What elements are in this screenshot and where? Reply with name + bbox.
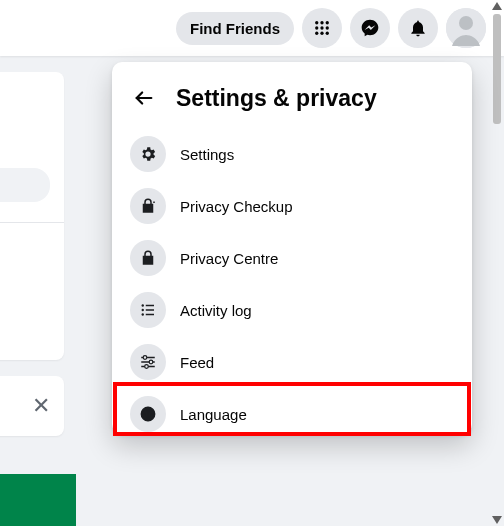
lock-check-icon: [130, 188, 166, 224]
svg-point-16: [142, 313, 144, 315]
menu-item-feed[interactable]: Feed: [120, 336, 464, 388]
svg-point-8: [326, 32, 329, 35]
menu-item-label: Privacy Centre: [180, 250, 278, 267]
svg-point-23: [145, 365, 149, 369]
svg-point-5: [326, 26, 329, 29]
svg-point-14: [142, 309, 144, 311]
menu-item-label: Language: [180, 406, 247, 423]
back-button[interactable]: [128, 82, 160, 114]
svg-point-1: [320, 21, 323, 24]
page-scrollbar[interactable]: [493, 0, 501, 526]
svg-point-0: [315, 21, 318, 24]
account-icon[interactable]: [446, 8, 486, 48]
background-green-block: [0, 474, 76, 526]
svg-point-3: [315, 26, 318, 29]
menu-item-privacy-checkup[interactable]: Privacy Checkup: [120, 180, 464, 232]
background-card: tivity: [0, 72, 64, 360]
svg-point-21: [149, 360, 153, 364]
gear-icon: [130, 136, 166, 172]
messenger-icon[interactable]: [350, 8, 390, 48]
svg-point-2: [326, 21, 329, 24]
panel-title: Settings & privacy: [176, 85, 377, 112]
close-icon[interactable]: ✕: [32, 393, 50, 419]
background-pill: [0, 168, 50, 202]
menu-item-privacy-centre[interactable]: Privacy Centre: [120, 232, 464, 284]
svg-point-19: [143, 356, 147, 360]
globe-icon: [130, 396, 166, 432]
svg-rect-15: [146, 309, 154, 311]
svg-point-10: [459, 16, 473, 30]
top-navbar: Find Friends: [0, 0, 504, 56]
settings-privacy-panel: Settings & privacy Settings Privacy Chec…: [112, 62, 472, 434]
panel-header: Settings & privacy: [120, 76, 464, 128]
svg-point-7: [320, 32, 323, 35]
svg-point-6: [315, 32, 318, 35]
apps-icon[interactable]: [302, 8, 342, 48]
list-icon: [130, 292, 166, 328]
menu-item-settings[interactable]: Settings: [120, 128, 464, 180]
background-card-2: ✕: [0, 376, 64, 436]
menu-item-activity-log[interactable]: Activity log: [120, 284, 464, 336]
find-friends-button[interactable]: Find Friends: [176, 12, 294, 45]
svg-point-4: [320, 26, 323, 29]
menu-list: Settings Privacy Checkup Privacy Centre …: [120, 128, 464, 440]
menu-item-label: Settings: [180, 146, 234, 163]
menu-item-label: Feed: [180, 354, 214, 371]
svg-rect-17: [146, 314, 154, 316]
notifications-icon[interactable]: [398, 8, 438, 48]
find-friends-label: Find Friends: [190, 20, 280, 37]
menu-item-label: Privacy Checkup: [180, 198, 293, 215]
svg-point-12: [142, 304, 144, 306]
svg-rect-13: [146, 305, 154, 307]
menu-item-label: Activity log: [180, 302, 252, 319]
menu-item-language[interactable]: Language: [120, 388, 464, 440]
sliders-icon: [130, 344, 166, 380]
lock-icon: [130, 240, 166, 276]
